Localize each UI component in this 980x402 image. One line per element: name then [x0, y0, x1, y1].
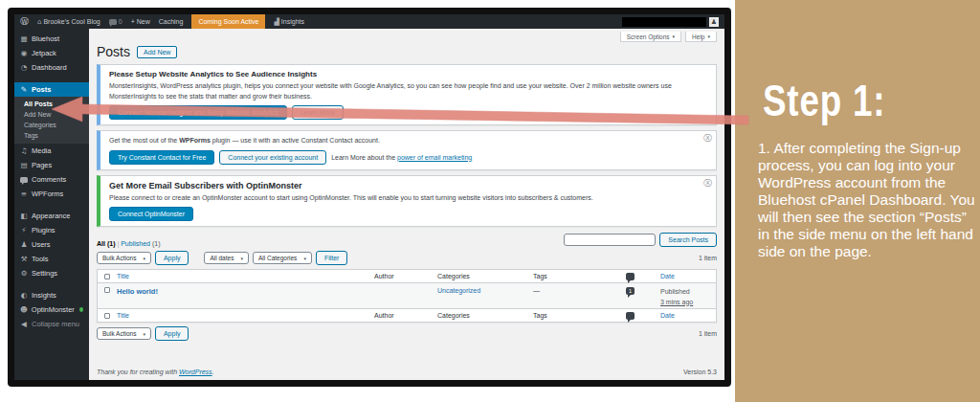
- learn-more-button[interactable]: Learn More: [292, 105, 344, 120]
- insights-chart-icon: ◐: [20, 291, 28, 300]
- wordpress-logo-icon[interactable]: Ⓦ: [20, 15, 29, 28]
- column-title[interactable]: Title: [117, 312, 374, 319]
- apply-button[interactable]: Apply: [155, 326, 189, 341]
- sidebar-label: Posts: [32, 85, 51, 94]
- tools-icon: ⚒: [20, 255, 28, 263]
- chevron-down-icon: ▾: [143, 331, 145, 337]
- column-title[interactable]: Title: [117, 273, 374, 279]
- form-icon: ≡: [20, 190, 28, 198]
- posts-submenu: All Posts Add New Categories Tags: [14, 97, 89, 144]
- email-marketing-link[interactable]: power of email marketing: [397, 154, 472, 161]
- sidebar-item-users[interactable]: ♟ Users: [14, 237, 89, 252]
- select-all-checkbox[interactable]: [104, 313, 110, 319]
- redacted-username: [622, 17, 706, 27]
- view-published-link[interactable]: Published (1): [121, 240, 160, 247]
- try-constant-contact-button[interactable]: Try Constant Contact for Free: [109, 150, 214, 165]
- view-all-link[interactable]: All (1): [97, 240, 115, 247]
- sidebar-label: Collapse menu: [32, 320, 79, 328]
- comments-menu[interactable]: 0: [109, 18, 122, 25]
- sidebar-label: Bluehost: [32, 34, 59, 43]
- bulk-actions-select[interactable]: Bulk Actions ▾: [97, 252, 151, 264]
- add-new-button[interactable]: Add New: [137, 46, 177, 58]
- sidebar-item-appearance[interactable]: ◧ Appearance: [14, 209, 89, 223]
- users-icon: ♟: [20, 240, 28, 249]
- sidebar-item-plugins[interactable]: ⚡ Plugins: [14, 223, 89, 237]
- connect-monsterinsights-button[interactable]: Connect MonsterInsights and Setup Websit…: [109, 105, 287, 120]
- gear-icon: ⚙: [20, 269, 28, 278]
- submenu-tags[interactable]: Tags: [14, 130, 89, 141]
- sidebar-label: Dashboard: [32, 63, 67, 72]
- view-separator: |: [117, 240, 119, 247]
- admin-sidebar: ▦ Bluehost ◉ Jetpack ◔ Dashboard ✎ Posts…: [14, 29, 89, 380]
- version-text: Version 5.3: [683, 368, 717, 375]
- column-date[interactable]: Date: [660, 312, 716, 319]
- sidebar-collapse-menu[interactable]: ◀ Collapse menu: [14, 317, 89, 331]
- sidebar-item-dashboard[interactable]: ◔ Dashboard: [14, 60, 89, 75]
- sidebar-label: Jetpack: [32, 49, 56, 57]
- sidebar-item-tools[interactable]: ⚒ Tools: [14, 252, 89, 266]
- sidebar-item-posts[interactable]: ✎ Posts: [14, 82, 89, 97]
- wordpress-link[interactable]: WordPress: [179, 368, 212, 375]
- comments-column-icon[interactable]: [626, 312, 635, 320]
- select-all-checkbox[interactable]: [104, 274, 110, 279]
- account-menu[interactable]: ♟: [622, 17, 719, 27]
- bar-chart-icon: ▟: [274, 18, 278, 26]
- filter-button[interactable]: Filter: [316, 251, 348, 265]
- help-button[interactable]: Help ▾: [685, 32, 717, 42]
- submenu-all-posts[interactable]: All Posts: [14, 99, 89, 109]
- items-count: 1 item: [699, 330, 717, 337]
- column-categories: Categories: [437, 273, 533, 279]
- column-date[interactable]: Date: [660, 273, 716, 279]
- sidebar-item-insights[interactable]: ◐ Insights: [14, 288, 89, 302]
- tags-value: —: [533, 287, 626, 294]
- comment-bubble-icon: [109, 19, 117, 25]
- search-posts-button[interactable]: Search Posts: [659, 233, 717, 247]
- sidebar-item-media[interactable]: ♫ Media: [14, 144, 89, 158]
- all-categories-select[interactable]: All Categories ▾: [253, 252, 312, 264]
- learn-more-text: Learn More about the: [331, 154, 397, 161]
- new-menu[interactable]: + New: [131, 18, 150, 25]
- screen-options-label: Screen Options: [627, 34, 670, 40]
- screen-meta-row: Screen Options ▾ Help ▾: [97, 32, 717, 42]
- coming-soon-active-button[interactable]: Coming Soon Active: [191, 14, 265, 29]
- submenu-categories[interactable]: Categories: [14, 120, 89, 130]
- comments-column-icon[interactable]: [626, 273, 635, 280]
- dismiss-icon[interactable]: ⓧ: [703, 134, 712, 143]
- notice-text: plugin — use it with an active Constant …: [211, 137, 380, 144]
- site-name-menu[interactable]: ⌂ Brooke's Cool Blog: [37, 18, 100, 26]
- sidebar-label: Comments: [32, 175, 66, 184]
- row-checkbox[interactable]: [104, 287, 110, 293]
- all-dates-select[interactable]: All dates ▾: [204, 252, 248, 264]
- apply-button[interactable]: Apply: [155, 251, 189, 265]
- category-link[interactable]: Uncategorized: [437, 287, 480, 294]
- submenu-add-new[interactable]: Add New: [14, 109, 89, 120]
- step-title: Step 1:: [763, 75, 885, 126]
- posts-table: Title Author Categories Tags Date Hello …: [97, 269, 717, 323]
- connect-existing-account-button[interactable]: Connect your existing account: [219, 150, 326, 165]
- bulk-actions-select[interactable]: Bulk Actions ▾: [97, 327, 151, 340]
- appearance-brush-icon: ◧: [20, 212, 28, 220]
- search-input[interactable]: [564, 234, 656, 246]
- post-title-link[interactable]: Hello world!: [117, 287, 158, 296]
- sidebar-item-comments[interactable]: Comments: [14, 172, 89, 187]
- column-author: Author: [374, 273, 437, 279]
- wpforms-bold: WPForms: [179, 137, 211, 144]
- sidebar-item-jetpack[interactable]: ◉ Jetpack: [14, 46, 89, 60]
- caching-menu[interactable]: Caching: [159, 18, 184, 25]
- insights-menu[interactable]: ▟ Insights: [274, 18, 304, 26]
- sidebar-item-pages[interactable]: ▤ Pages: [14, 158, 89, 172]
- comment-count-bubble[interactable]: 1: [626, 287, 635, 295]
- dismiss-icon[interactable]: ⓧ: [703, 179, 712, 188]
- connect-optinmonster-button[interactable]: Connect OptinMonster: [109, 207, 193, 221]
- plugin-icon: ⚡: [20, 226, 28, 234]
- optinmonster-notice: ⓧ Get More Email Subscribers with OptinM…: [97, 175, 717, 228]
- sidebar-item-optinmonster[interactable]: ☻ OptinMonster: [14, 302, 89, 317]
- sidebar-item-settings[interactable]: ⚙ Settings: [14, 266, 89, 280]
- sidebar-item-wpforms[interactable]: ≡ WPForms: [14, 187, 89, 201]
- site-name: Brooke's Cool Blog: [43, 18, 100, 25]
- items-count: 1 item: [699, 255, 717, 261]
- sidebar-item-bluehost[interactable]: ▦ Bluehost: [14, 32, 89, 46]
- notice-title: Get More Email Subscribers with OptinMon…: [109, 181, 707, 190]
- column-author: Author: [374, 312, 437, 319]
- screen-options-button[interactable]: Screen Options ▾: [620, 32, 681, 42]
